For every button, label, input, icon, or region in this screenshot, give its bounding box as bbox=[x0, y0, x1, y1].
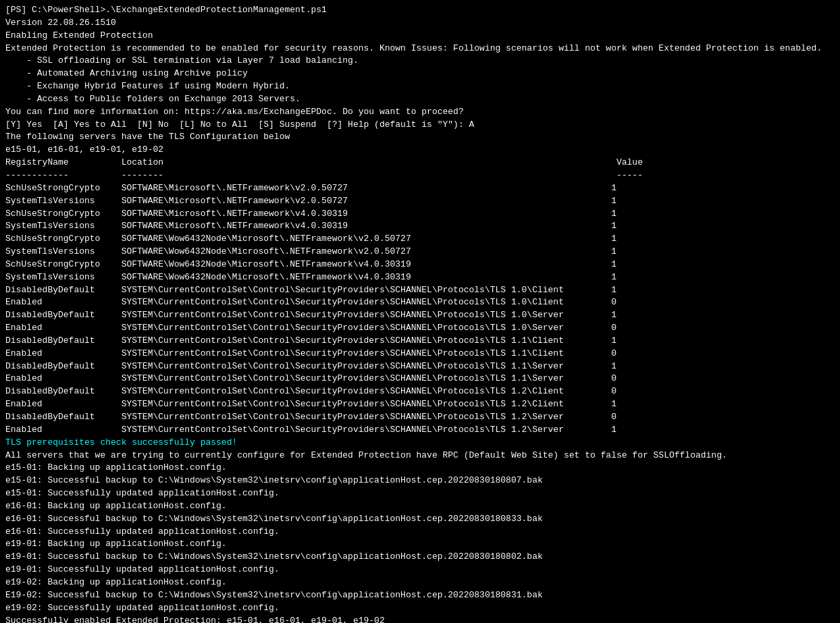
terminal-line-49: e19-01: Successfully updated application… bbox=[5, 564, 835, 576]
terminal-line-47: e19-01: Backing up applicationHost.confi… bbox=[5, 538, 835, 551]
terminal-line-18: SystemTlsVersions SOFTWARE\Microsoft\.NE… bbox=[5, 195, 835, 208]
terminal-line-3: Enabling Extended Protection bbox=[5, 30, 835, 43]
terminal-line-21: SchUseStrongCrypto SOFTWARE\Wow6432Node\… bbox=[5, 233, 835, 246]
terminal-line-16: ------------ -------- ----- bbox=[5, 169, 835, 182]
terminal-line-10: [Y] Yes [A] Yes to All [N] No [L] No to … bbox=[5, 119, 835, 132]
terminal-line-25: DisabledByDefault SYSTEM\CurrentControlS… bbox=[5, 284, 835, 297]
terminal-line-31: DisabledByDefault SYSTEM\CurrentControlS… bbox=[5, 360, 835, 373]
terminal-line-9: You can find more information on: https:… bbox=[5, 106, 835, 119]
terminal-line-0: [PS] C:\PowerShell>.\ExchangeExtendedPro… bbox=[5, 4, 835, 17]
terminal-line-7: - Exchange Hybrid Features if using Mode… bbox=[5, 80, 835, 93]
terminal-line-29: DisabledByDefault SYSTEM\CurrentControlS… bbox=[5, 335, 835, 348]
terminal-line-20: SystemTlsVersions SOFTWARE\Microsoft\.NE… bbox=[5, 220, 835, 233]
terminal-line-38: TLS prerequisites check successfully pas… bbox=[5, 437, 835, 450]
terminal-line-8: - Access to Public folders on Exchange 2… bbox=[5, 93, 835, 106]
terminal-window: [PS] C:\PowerShell>.\ExchangeExtendedPro… bbox=[5, 4, 835, 623]
terminal-line-41: e15-01: Backing up applicationHost.confi… bbox=[5, 462, 835, 475]
terminal-line-36: Enabled SYSTEM\CurrentControlSet\Control… bbox=[5, 424, 835, 437]
terminal-line-24: SystemTlsVersions SOFTWARE\Wow6432Node\M… bbox=[5, 271, 835, 284]
terminal-line-52: e19-02: Successfully updated application… bbox=[5, 602, 835, 615]
terminal-line-4: Extended Protection is recommended to be… bbox=[5, 43, 835, 55]
terminal-line-48: e19-01: Successful backup to C:\Windows\… bbox=[5, 551, 835, 564]
terminal-line-32: Enabled SYSTEM\CurrentControlSet\Control… bbox=[5, 373, 835, 385]
terminal-line-13: e15-01, e16-01, e19-01, e19-02 bbox=[5, 144, 835, 157]
terminal-line-28: Enabled SYSTEM\CurrentControlSet\Control… bbox=[5, 322, 835, 335]
terminal-line-33: DisabledByDefault SYSTEM\CurrentControlS… bbox=[5, 385, 835, 398]
terminal-line-40: All servers that we are trying to curren… bbox=[5, 450, 835, 462]
terminal-line-26: Enabled SYSTEM\CurrentControlSet\Control… bbox=[5, 296, 835, 309]
terminal-line-6: - Automated Archiving using Archive poli… bbox=[5, 67, 835, 80]
terminal-line-51: E19-02: Successful backup to C:\Windows\… bbox=[5, 589, 835, 602]
terminal-line-42: e15-01: Successful backup to C:\Windows\… bbox=[5, 475, 835, 487]
terminal-line-1: Version 22.08.26.1510 bbox=[5, 17, 835, 30]
terminal-line-17: SchUseStrongCrypto SOFTWARE\Microsoft\.N… bbox=[5, 182, 835, 195]
terminal-line-12: The following servers have the TLS Confi… bbox=[5, 131, 835, 144]
terminal-line-5: - SSL offloading or SSL termination via … bbox=[5, 55, 835, 67]
terminal-line-44: e16-01: Backing up applicationHost.confi… bbox=[5, 500, 835, 513]
terminal-line-35: DisabledByDefault SYSTEM\CurrentControlS… bbox=[5, 411, 835, 424]
terminal-line-27: DisabledByDefault SYSTEM\CurrentControlS… bbox=[5, 309, 835, 322]
terminal-line-19: SchUseStrongCrypto SOFTWARE\Microsoft\.N… bbox=[5, 208, 835, 221]
terminal-line-50: e19-02: Backing up applicationHost.confi… bbox=[5, 576, 835, 589]
terminal-line-22: SystemTlsVersions SOFTWARE\Wow6432Node\M… bbox=[5, 246, 835, 259]
terminal-line-30: Enabled SYSTEM\CurrentControlSet\Control… bbox=[5, 348, 835, 360]
terminal-line-34: Enabled SYSTEM\CurrentControlSet\Control… bbox=[5, 398, 835, 411]
terminal-line-46: e16-01: Successfully updated application… bbox=[5, 526, 835, 539]
terminal-line-54: Successfully enabled Extended Protection… bbox=[5, 615, 835, 624]
terminal-line-23: SchUseStrongCrypto SOFTWARE\Wow6432Node\… bbox=[5, 259, 835, 271]
terminal-line-43: e15-01: Successfully updated application… bbox=[5, 487, 835, 500]
terminal-line-45: e16-01: Successful backup to C:\Windows\… bbox=[5, 513, 835, 526]
terminal-line-15: RegistryName Location Value bbox=[5, 157, 835, 169]
